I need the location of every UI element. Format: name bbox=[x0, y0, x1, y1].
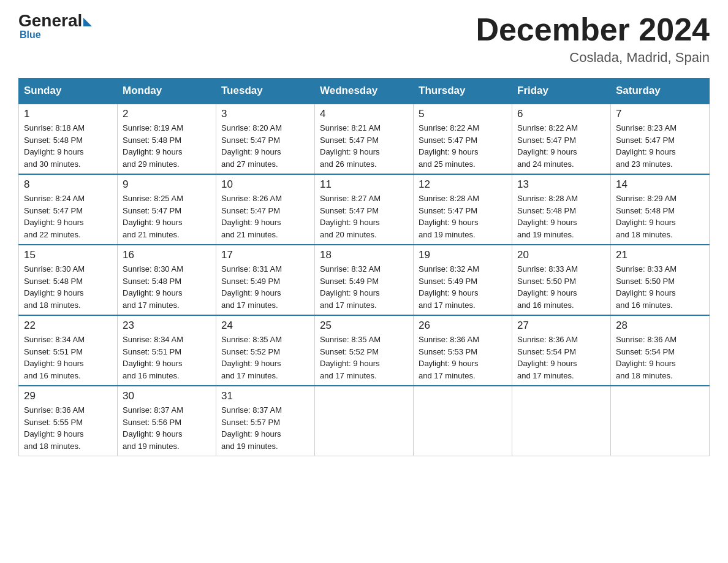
day-info: Sunrise: 8:20 AM Sunset: 5:47 PM Dayligh… bbox=[221, 122, 309, 170]
day-number: 9 bbox=[123, 178, 211, 191]
calendar-cell: 13 Sunrise: 8:28 AM Sunset: 5:48 PM Dayl… bbox=[512, 174, 611, 245]
calendar-cell bbox=[315, 386, 414, 456]
calendar-cell: 11 Sunrise: 8:27 AM Sunset: 5:47 PM Dayl… bbox=[315, 174, 414, 245]
calendar-cell: 20 Sunrise: 8:33 AM Sunset: 5:50 PM Dayl… bbox=[512, 245, 611, 315]
day-info: Sunrise: 8:21 AM Sunset: 5:47 PM Dayligh… bbox=[320, 122, 408, 170]
day-number: 14 bbox=[616, 178, 704, 191]
calendar-cell: 24 Sunrise: 8:35 AM Sunset: 5:52 PM Dayl… bbox=[216, 315, 315, 386]
calendar-cell: 27 Sunrise: 8:36 AM Sunset: 5:54 PM Dayl… bbox=[512, 315, 611, 386]
day-info: Sunrise: 8:28 AM Sunset: 5:48 PM Dayligh… bbox=[517, 193, 605, 240]
day-number: 30 bbox=[123, 390, 211, 402]
day-info: Sunrise: 8:29 AM Sunset: 5:48 PM Dayligh… bbox=[616, 193, 704, 240]
day-number: 3 bbox=[221, 108, 309, 120]
page-header: General Blue December 2024 Coslada, Madr… bbox=[18, 12, 710, 66]
day-info: Sunrise: 8:32 AM Sunset: 5:49 PM Dayligh… bbox=[419, 263, 507, 311]
day-info: Sunrise: 8:18 AM Sunset: 5:48 PM Dayligh… bbox=[24, 122, 112, 170]
calendar-cell: 16 Sunrise: 8:30 AM Sunset: 5:48 PM Dayl… bbox=[118, 245, 216, 315]
calendar-cell: 14 Sunrise: 8:29 AM Sunset: 5:48 PM Dayl… bbox=[611, 174, 710, 245]
calendar-cell bbox=[611, 386, 710, 456]
calendar-cell: 4 Sunrise: 8:21 AM Sunset: 5:47 PM Dayli… bbox=[315, 104, 414, 174]
calendar-week-3: 15 Sunrise: 8:30 AM Sunset: 5:48 PM Dayl… bbox=[19, 245, 710, 315]
location-subtitle: Coslada, Madrid, Spain bbox=[476, 50, 710, 66]
calendar-cell: 25 Sunrise: 8:35 AM Sunset: 5:52 PM Dayl… bbox=[315, 315, 414, 386]
day-info: Sunrise: 8:19 AM Sunset: 5:48 PM Dayligh… bbox=[123, 122, 211, 170]
header-thursday: Thursday bbox=[414, 79, 512, 104]
calendar-cell: 26 Sunrise: 8:36 AM Sunset: 5:53 PM Dayl… bbox=[414, 315, 512, 386]
day-number: 17 bbox=[221, 249, 309, 261]
day-info: Sunrise: 8:36 AM Sunset: 5:54 PM Dayligh… bbox=[616, 334, 704, 381]
calendar-cell: 31 Sunrise: 8:37 AM Sunset: 5:57 PM Dayl… bbox=[216, 386, 315, 456]
day-number: 13 bbox=[517, 178, 605, 191]
calendar-cell: 17 Sunrise: 8:31 AM Sunset: 5:49 PM Dayl… bbox=[216, 245, 315, 315]
day-number: 28 bbox=[616, 320, 704, 332]
calendar-cell: 22 Sunrise: 8:34 AM Sunset: 5:51 PM Dayl… bbox=[19, 315, 118, 386]
calendar-cell: 1 Sunrise: 8:18 AM Sunset: 5:48 PM Dayli… bbox=[19, 104, 118, 174]
day-number: 19 bbox=[419, 249, 507, 261]
day-info: Sunrise: 8:36 AM Sunset: 5:54 PM Dayligh… bbox=[517, 334, 605, 381]
calendar-cell: 15 Sunrise: 8:30 AM Sunset: 5:48 PM Dayl… bbox=[19, 245, 118, 315]
day-info: Sunrise: 8:22 AM Sunset: 5:47 PM Dayligh… bbox=[517, 122, 605, 170]
calendar-cell: 28 Sunrise: 8:36 AM Sunset: 5:54 PM Dayl… bbox=[611, 315, 710, 386]
header-friday: Friday bbox=[512, 79, 611, 104]
day-number: 18 bbox=[320, 249, 408, 261]
day-info: Sunrise: 8:24 AM Sunset: 5:47 PM Dayligh… bbox=[24, 193, 112, 240]
calendar-cell bbox=[414, 386, 512, 456]
header-wednesday: Wednesday bbox=[315, 79, 414, 104]
day-info: Sunrise: 8:33 AM Sunset: 5:50 PM Dayligh… bbox=[517, 263, 605, 311]
day-info: Sunrise: 8:25 AM Sunset: 5:47 PM Dayligh… bbox=[123, 193, 211, 240]
header-tuesday: Tuesday bbox=[216, 79, 315, 104]
day-number: 23 bbox=[123, 320, 211, 332]
header-sunday: Sunday bbox=[19, 79, 118, 104]
calendar-cell: 30 Sunrise: 8:37 AM Sunset: 5:56 PM Dayl… bbox=[118, 386, 216, 456]
day-number: 2 bbox=[123, 108, 211, 120]
calendar-table: SundayMondayTuesdayWednesdayThursdayFrid… bbox=[18, 78, 710, 456]
day-info: Sunrise: 8:31 AM Sunset: 5:49 PM Dayligh… bbox=[221, 263, 309, 311]
calendar-week-5: 29 Sunrise: 8:36 AM Sunset: 5:55 PM Dayl… bbox=[19, 386, 710, 456]
calendar-cell: 3 Sunrise: 8:20 AM Sunset: 5:47 PM Dayli… bbox=[216, 104, 315, 174]
calendar-week-4: 22 Sunrise: 8:34 AM Sunset: 5:51 PM Dayl… bbox=[19, 315, 710, 386]
calendar-cell: 12 Sunrise: 8:28 AM Sunset: 5:47 PM Dayl… bbox=[414, 174, 512, 245]
day-info: Sunrise: 8:26 AM Sunset: 5:47 PM Dayligh… bbox=[221, 193, 309, 240]
logo: General Blue bbox=[18, 12, 93, 40]
day-number: 4 bbox=[320, 108, 408, 120]
calendar-cell: 18 Sunrise: 8:32 AM Sunset: 5:49 PM Dayl… bbox=[315, 245, 414, 315]
day-info: Sunrise: 8:30 AM Sunset: 5:48 PM Dayligh… bbox=[24, 263, 112, 311]
logo-general-text: General bbox=[18, 12, 82, 29]
day-info: Sunrise: 8:34 AM Sunset: 5:51 PM Dayligh… bbox=[123, 334, 211, 381]
logo-arrow-icon bbox=[83, 18, 92, 26]
calendar-cell bbox=[512, 386, 611, 456]
day-number: 29 bbox=[24, 390, 112, 402]
title-section: December 2024 Coslada, Madrid, Spain bbox=[476, 12, 710, 66]
calendar-cell: 23 Sunrise: 8:34 AM Sunset: 5:51 PM Dayl… bbox=[118, 315, 216, 386]
calendar-cell: 9 Sunrise: 8:25 AM Sunset: 5:47 PM Dayli… bbox=[118, 174, 216, 245]
header-saturday: Saturday bbox=[611, 79, 710, 104]
calendar-cell: 19 Sunrise: 8:32 AM Sunset: 5:49 PM Dayl… bbox=[414, 245, 512, 315]
calendar-cell: 6 Sunrise: 8:22 AM Sunset: 5:47 PM Dayli… bbox=[512, 104, 611, 174]
day-info: Sunrise: 8:32 AM Sunset: 5:49 PM Dayligh… bbox=[320, 263, 408, 311]
day-number: 22 bbox=[24, 320, 112, 332]
day-info: Sunrise: 8:35 AM Sunset: 5:52 PM Dayligh… bbox=[221, 334, 309, 381]
day-info: Sunrise: 8:36 AM Sunset: 5:55 PM Dayligh… bbox=[24, 404, 112, 452]
day-info: Sunrise: 8:28 AM Sunset: 5:47 PM Dayligh… bbox=[419, 193, 507, 240]
day-number: 25 bbox=[320, 320, 408, 332]
header-monday: Monday bbox=[118, 79, 216, 104]
day-number: 16 bbox=[123, 249, 211, 261]
day-number: 27 bbox=[517, 320, 605, 332]
day-info: Sunrise: 8:36 AM Sunset: 5:53 PM Dayligh… bbox=[419, 334, 507, 381]
day-number: 8 bbox=[24, 178, 112, 191]
day-number: 7 bbox=[616, 108, 704, 120]
day-number: 10 bbox=[221, 178, 309, 191]
day-number: 31 bbox=[221, 390, 309, 402]
calendar-cell: 29 Sunrise: 8:36 AM Sunset: 5:55 PM Dayl… bbox=[19, 386, 118, 456]
day-number: 21 bbox=[616, 249, 704, 261]
day-info: Sunrise: 8:33 AM Sunset: 5:50 PM Dayligh… bbox=[616, 263, 704, 311]
logo-blue-text: Blue bbox=[20, 29, 41, 40]
calendar-week-2: 8 Sunrise: 8:24 AM Sunset: 5:47 PM Dayli… bbox=[19, 174, 710, 245]
day-info: Sunrise: 8:37 AM Sunset: 5:56 PM Dayligh… bbox=[123, 404, 211, 452]
day-number: 26 bbox=[419, 320, 507, 332]
calendar-cell: 8 Sunrise: 8:24 AM Sunset: 5:47 PM Dayli… bbox=[19, 174, 118, 245]
calendar-cell: 10 Sunrise: 8:26 AM Sunset: 5:47 PM Dayl… bbox=[216, 174, 315, 245]
calendar-week-1: 1 Sunrise: 8:18 AM Sunset: 5:48 PM Dayli… bbox=[19, 104, 710, 174]
day-number: 20 bbox=[517, 249, 605, 261]
calendar-cell: 5 Sunrise: 8:22 AM Sunset: 5:47 PM Dayli… bbox=[414, 104, 512, 174]
